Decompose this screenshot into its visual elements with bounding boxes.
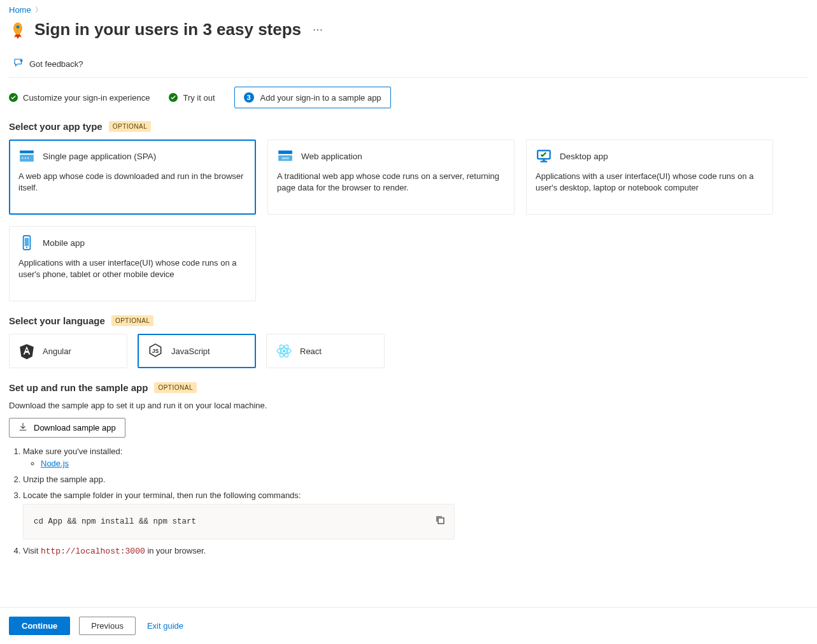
app-type-heading: Select your app type: [9, 121, 103, 132]
language-card-react[interactable]: React: [266, 334, 385, 368]
setup-step-4: Visit http://localhost:3000 in your brow…: [23, 546, 808, 556]
page-title: Sign in your users in 3 easy steps: [34, 20, 301, 39]
step-number-badge: 3: [244, 92, 254, 103]
optional-badge: OPTIONAL: [109, 121, 152, 132]
card-desc: Applications with a user interface(UI) w…: [18, 257, 246, 280]
check-icon: [9, 93, 18, 102]
card-title: Desktop app: [560, 152, 608, 161]
svg-text:JS: JS: [152, 348, 159, 354]
setup-step-4b: in your browser.: [145, 546, 206, 555]
app-type-card-web[interactable]: www Web application A traditional web ap…: [267, 140, 515, 215]
svg-text:www: www: [281, 156, 289, 160]
step-2-complete[interactable]: Try it out: [169, 93, 215, 103]
setup-subtext: Download the sample app to set it up and…: [9, 401, 808, 410]
download-sample-button[interactable]: Download sample app: [9, 418, 125, 438]
card-title: Single page application (SPA): [43, 152, 156, 161]
optional-badge: OPTIONAL: [111, 315, 154, 326]
divider: [9, 77, 808, 78]
nodejs-list-item: Node.js: [41, 459, 808, 468]
app-type-card-mobile[interactable]: Mobile app Applications with a user inte…: [9, 226, 256, 301]
check-icon: [169, 93, 178, 102]
svg-point-6: [27, 157, 29, 159]
svg-rect-21: [438, 518, 444, 524]
rocket-icon: [9, 21, 27, 39]
optional-badge: OPTIONAL: [154, 382, 197, 393]
svg-rect-11: [543, 159, 545, 161]
step-1-complete[interactable]: Customize your sign-in experience: [9, 93, 150, 103]
svg-point-15: [26, 247, 27, 248]
download-label: Download sample app: [34, 423, 116, 433]
svg-rect-7: [278, 150, 292, 154]
setup-step-1: Make sure you've installed: Node.js: [23, 447, 808, 468]
step-1-label: Customize your sign-in experience: [23, 93, 150, 103]
breadcrumb-home[interactable]: Home: [9, 5, 31, 15]
desktop-icon: [536, 148, 552, 164]
angular-icon: [18, 343, 35, 359]
language-label: JavaScript: [171, 347, 210, 356]
feedback-link[interactable]: Got feedback?: [9, 52, 808, 77]
setup-step-1-text: Make sure you've installed:: [23, 447, 122, 456]
card-title: Mobile app: [43, 238, 85, 248]
svg-point-0: [17, 25, 20, 29]
card-title: Web application: [301, 152, 362, 161]
nodejs-link[interactable]: Node.js: [41, 459, 69, 468]
app-type-card-desktop[interactable]: Desktop app Applications with a user int…: [526, 140, 773, 215]
footer-bar: Continue Previous Exit guide: [0, 607, 817, 613]
copy-icon[interactable]: [435, 515, 445, 527]
setup-heading: Set up and run the sample app: [9, 382, 148, 393]
card-desc: Applications with a user interface(UI) w…: [536, 171, 764, 193]
svg-rect-2: [20, 150, 34, 153]
step-3-active[interactable]: 3 Add your sign-in to a sample app: [234, 87, 391, 108]
react-icon: [276, 343, 292, 359]
language-card-angular[interactable]: Angular: [9, 334, 127, 368]
spa-icon: [18, 148, 35, 164]
language-label: Angular: [43, 347, 71, 356]
javascript-icon: JS: [147, 343, 164, 359]
app-type-card-spa[interactable]: Single page application (SPA) A web app …: [9, 140, 256, 215]
feedback-label: Got feedback?: [29, 59, 83, 69]
card-desc: A traditional web app whose code runs on…: [277, 171, 505, 193]
setup-steps-list: Make sure you've installed: Node.js Unzi…: [9, 447, 808, 556]
wizard-steps: Customize your sign-in experience Try it…: [9, 87, 808, 108]
svg-point-4: [22, 157, 23, 159]
breadcrumb: Home 〉: [9, 5, 808, 15]
language-card-javascript[interactable]: JS JavaScript: [138, 334, 256, 368]
setup-step-3-text: Locate the sample folder in your termina…: [23, 490, 301, 500]
step-3-label: Add your sign-in to a sample app: [260, 93, 381, 103]
web-app-icon: www: [277, 148, 294, 164]
more-icon[interactable]: ⋯: [309, 24, 327, 36]
setup-step-4a: Visit: [23, 546, 41, 555]
download-icon: [18, 422, 27, 433]
step-2-label: Try it out: [183, 93, 215, 103]
language-heading: Select your language: [9, 315, 105, 326]
svg-rect-14: [25, 238, 29, 246]
code-block: cd App && npm install && npm start: [23, 504, 455, 540]
setup-step-3: Locate the sample folder in your termina…: [23, 490, 808, 540]
svg-point-5: [25, 157, 26, 159]
feedback-icon: [13, 57, 24, 71]
card-desc: A web app whose code is downloaded and r…: [18, 171, 246, 193]
language-label: React: [300, 347, 322, 356]
chevron-right-icon: 〉: [35, 5, 42, 15]
svg-rect-12: [541, 161, 548, 162]
svg-point-17: [283, 350, 285, 352]
localhost-url: http://localhost:3000: [41, 547, 145, 556]
mobile-icon: [18, 234, 35, 251]
setup-step-2: Unzip the sample app.: [23, 475, 808, 484]
code-text: cd App && npm install && npm start: [34, 517, 196, 526]
